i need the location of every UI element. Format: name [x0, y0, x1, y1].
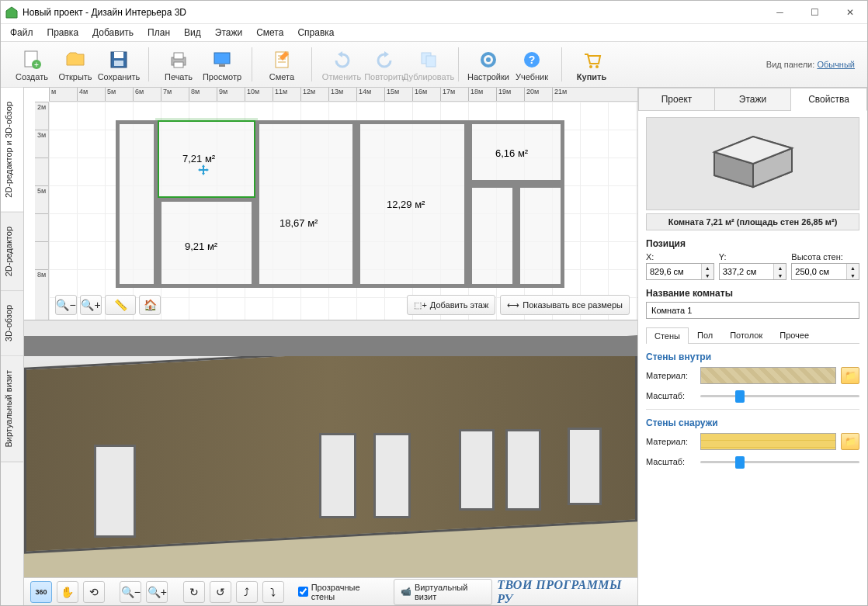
- cart-icon: [581, 49, 602, 71]
- room-selected[interactable]: 7,21 м²: [158, 120, 255, 198]
- panel-mode-link[interactable]: Обычный: [817, 60, 855, 69]
- room-corridor-3[interactable]: [516, 184, 564, 288]
- move-handle-icon[interactable]: [198, 164, 209, 175]
- room-4[interactable]: 18,67 м²: [255, 120, 356, 288]
- undo-button[interactable]: Отменить: [320, 43, 363, 87]
- add-floor-button[interactable]: ⬚+Добавить этаж: [407, 295, 495, 315]
- tab-floors[interactable]: Этажи: [715, 88, 791, 111]
- transparent-walls-checkbox[interactable]: Прозрачные стены: [298, 583, 380, 601]
- room-5[interactable]: 9,21 м²: [158, 198, 255, 288]
- left-view-tabs: 2D-редактор и 3D-обзор 2D-редактор 3D-об…: [1, 88, 24, 605]
- subtab-other[interactable]: Прочее: [771, 327, 818, 343]
- vtab-2d[interactable]: 2D-редактор: [1, 213, 23, 291]
- save-button[interactable]: Сохранить: [97, 43, 141, 87]
- outside-scale-slider[interactable]: [700, 455, 859, 469]
- monitor-icon: [211, 49, 233, 71]
- svg-rect-19: [426, 56, 436, 67]
- title-bar: Новый проект - Дизайн Интерьера 3D ─ ☐ ✕: [1, 1, 867, 24]
- vtab-virtual[interactable]: Виртуальный визит: [1, 356, 23, 462]
- tutorial-button[interactable]: ?Учебник: [510, 43, 554, 87]
- svg-rect-5: [114, 52, 123, 58]
- close-button[interactable]: ✕: [832, 1, 867, 23]
- panel-mode-selector: Вид панели: Обычный: [766, 60, 863, 69]
- menu-plan[interactable]: План: [141, 26, 176, 40]
- redo-button[interactable]: Повторить: [363, 43, 407, 87]
- zoom-out-3d-button[interactable]: 🔍−: [120, 581, 141, 603]
- zoom-in-3d-button[interactable]: 🔍+: [146, 581, 168, 603]
- menu-add[interactable]: Добавить: [86, 26, 140, 40]
- walls-outside-title: Стены снаружи: [646, 417, 859, 428]
- inside-material-browse[interactable]: 📁: [841, 367, 859, 384]
- y-input[interactable]: ▲▼: [719, 263, 787, 280]
- svg-text:+: +: [34, 61, 39, 69]
- plan-toolbar-right: ⬚+Добавить этаж ⟷Показывать все размеры: [407, 295, 630, 315]
- rotate-z-button[interactable]: ⟲: [83, 581, 105, 603]
- room-summary-label: Комната 7,21 м² (площадь стен 26,85 м²): [646, 213, 859, 230]
- tab-properties[interactable]: Свойства: [791, 88, 867, 111]
- bottom-toolbar: 360 ✋ ⟲ 🔍− 🔍+ ↻ ↺ ⤴ ⤵ Прозрачные стены 📹…: [24, 577, 637, 605]
- outside-material-browse[interactable]: 📁: [841, 433, 859, 450]
- plan-canvas[interactable]: 7,21 м² 6,16 м² 12,29 м² 18,67 м² 9,21 м…: [49, 102, 637, 320]
- room-3[interactable]: 12,29 м²: [356, 120, 468, 288]
- settings-button[interactable]: Настройки: [467, 43, 510, 87]
- orbit-360-button[interactable]: 360: [30, 581, 52, 603]
- 3d-view[interactable]: [24, 320, 637, 577]
- tilt-up-button[interactable]: ⤴: [236, 581, 258, 603]
- rotate-ccw-button[interactable]: ↺: [210, 581, 231, 603]
- svg-marker-0: [6, 7, 17, 18]
- minimize-button[interactable]: ─: [762, 1, 797, 23]
- preview-button[interactable]: Просмотр: [200, 43, 244, 87]
- duplicate-button[interactable]: Дублировать: [407, 43, 450, 87]
- room-3d-preview: [646, 117, 859, 210]
- subtab-walls[interactable]: Стены: [646, 327, 689, 344]
- menu-view[interactable]: Вид: [178, 26, 207, 40]
- virtual-visit-button[interactable]: 📹 Виртуальный визит: [394, 579, 492, 605]
- open-button[interactable]: Открыть: [54, 43, 97, 87]
- rotate-cw-button[interactable]: ↻: [183, 581, 205, 603]
- room-corridor-1[interactable]: [116, 120, 158, 288]
- measure-button[interactable]: 📏: [105, 295, 136, 315]
- vtab-2d-and-3d[interactable]: 2D-редактор и 3D-обзор: [1, 88, 23, 213]
- estimate-button[interactable]: Смета: [260, 43, 304, 87]
- tab-project[interactable]: Проект: [638, 88, 715, 111]
- vtab-3d[interactable]: 3D-обзор: [1, 291, 23, 356]
- home-button[interactable]: 🏠: [139, 295, 161, 315]
- zoom-in-button[interactable]: 🔍+: [80, 295, 102, 315]
- print-button[interactable]: Печать: [157, 43, 200, 87]
- menu-estimate[interactable]: Смета: [250, 26, 290, 40]
- folder-open-icon: [64, 49, 86, 71]
- subtab-floor[interactable]: Пол: [689, 327, 721, 343]
- watermark: ТВОИ ПРОГРАММЫ РУ: [497, 578, 631, 606]
- floor-plan-view[interactable]: м4м5м6м7м8м9м10м11м12м13м14м15м16м17м18м…: [24, 88, 637, 320]
- pan-button[interactable]: ✋: [57, 581, 78, 603]
- window-title: Новый проект - Дизайн Интерьера 3D: [23, 7, 762, 18]
- rotate-z-icon: ⟲: [89, 586, 99, 598]
- menu-floors[interactable]: Этажи: [209, 26, 248, 40]
- main-toolbar: +Создать Открыть Сохранить Печать Просмо…: [1, 41, 867, 88]
- inside-scale-slider[interactable]: [700, 389, 859, 403]
- create-button[interactable]: +Создать: [10, 43, 54, 87]
- notepad-icon: [271, 49, 293, 71]
- show-sizes-button[interactable]: ⟷Показывать все размеры: [500, 295, 630, 315]
- subtab-ceiling[interactable]: Потолок: [721, 327, 771, 343]
- x-input[interactable]: ▲▼: [646, 263, 714, 280]
- maximize-button[interactable]: ☐: [797, 1, 832, 23]
- wall-height-input[interactable]: ▲▼: [791, 263, 859, 280]
- duplicate-icon: [418, 49, 439, 71]
- room-2[interactable]: 6,16 м²: [468, 120, 564, 184]
- outside-material-swatch[interactable]: [700, 433, 836, 450]
- menu-file[interactable]: Файл: [4, 26, 40, 40]
- room-corridor-2[interactable]: [468, 184, 516, 288]
- redo-icon: [374, 49, 396, 71]
- menu-help[interactable]: Справка: [291, 26, 340, 40]
- tilt-down-button[interactable]: ⤵: [262, 581, 284, 603]
- dimensions-icon: ⟷: [507, 300, 519, 310]
- room-name-title: Название комнаты: [646, 288, 859, 299]
- room-name-input[interactable]: [646, 302, 859, 319]
- buy-button[interactable]: Купить: [570, 43, 613, 87]
- position-section-title: Позиция: [646, 238, 859, 249]
- zoom-out-button[interactable]: 🔍−: [55, 295, 77, 315]
- inside-material-swatch[interactable]: [700, 367, 836, 384]
- ruler-vertical: 2м3м5м8м: [35, 102, 49, 320]
- menu-edit[interactable]: Правка: [41, 26, 85, 40]
